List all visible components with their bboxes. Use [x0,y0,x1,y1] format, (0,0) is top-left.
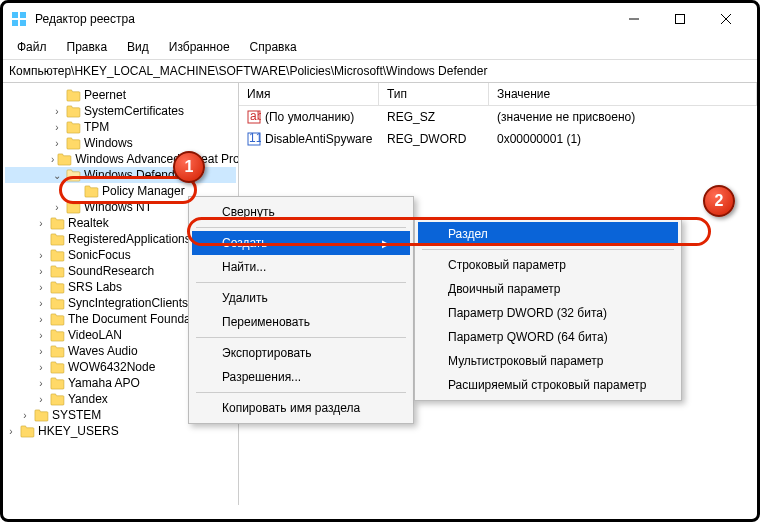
tree-item-label: SyncIntegrationClients [68,296,188,310]
folder-icon [84,185,99,198]
ctx-collapse[interactable]: Свернуть [192,200,410,224]
menu-help[interactable]: Справка [240,37,307,57]
maximize-button[interactable] [657,3,703,35]
tree-item[interactable]: Peernet [5,87,236,103]
folder-icon [50,249,65,262]
chevron-icon: › [19,410,31,421]
chevron-icon: › [35,346,47,357]
close-button[interactable] [703,3,749,35]
ctx-rename[interactable]: Переименовать [192,310,410,334]
tree-item[interactable]: ›SystemCertificates [5,103,236,119]
ctx-export[interactable]: Экспортировать [192,341,410,365]
tree-item[interactable]: ›HKEY_USERS [5,423,236,439]
svg-rect-0 [12,12,18,18]
ctx-new-key[interactable]: Раздел [418,222,678,246]
marker-1: 1 [173,151,205,183]
minimize-button[interactable] [611,3,657,35]
value-icon: ab [247,110,261,124]
folder-icon [66,201,81,214]
col-type[interactable]: Тип [379,83,489,105]
ctx-sep [422,249,674,250]
address-bar[interactable]: Компьютер\HKEY_LOCAL_MACHINE\SOFTWARE\Po… [3,60,757,83]
menu-edit[interactable]: Правка [57,37,118,57]
tree-item[interactable]: ›Windows [5,135,236,151]
chevron-icon: › [35,330,47,341]
ctx-new-string[interactable]: Строковый параметр [418,253,678,277]
folder-icon [34,409,49,422]
folder-icon [50,377,65,390]
ctx-new-expandstring[interactable]: Расширяемый строковый параметр [418,373,678,397]
folder-icon [50,281,65,294]
value-icon: 110 [247,132,261,146]
window-controls [611,3,749,35]
tree-item-label: Realtek [68,216,109,230]
folder-icon [50,313,65,326]
chevron-right-icon: ▶ [382,238,390,249]
chevron-icon: › [51,202,63,213]
cell-name: 110DisableAntiSpyware [239,130,379,148]
cell-name: ab(По умолчанию) [239,108,379,126]
folder-icon [50,361,65,374]
tree-item-label: SystemCertificates [84,104,184,118]
tree-item-label: Windows [84,136,133,150]
ctx-find[interactable]: Найти... [192,255,410,279]
tree-item-label: WOW6432Node [68,360,155,374]
ctx-new-dword[interactable]: Параметр DWORD (32 бита) [418,301,678,325]
menu-file[interactable]: Файл [7,37,57,57]
tree-item-label: Waves Audio [68,344,138,358]
context-menu[interactable]: Свернуть Создать▶ Найти... Удалить Переи… [188,196,414,424]
ctx-sep [196,337,406,338]
chevron-icon: › [35,282,47,293]
ctx-delete[interactable]: Удалить [192,286,410,310]
chevron-icon: › [35,362,47,373]
ctx-new-qword[interactable]: Параметр QWORD (64 бита) [418,325,678,349]
col-name[interactable]: Имя [239,83,379,105]
svg-rect-2 [12,20,18,26]
tree-item-label: Peernet [84,88,126,102]
svg-text:110: 110 [249,132,261,145]
ctx-sep [196,392,406,393]
folder-icon [57,153,72,166]
ctx-new-multistring[interactable]: Мультистроковый параметр [418,349,678,373]
list-row[interactable]: ab(По умолчанию)REG_SZ(значение не присв… [239,106,757,128]
list-row[interactable]: 110DisableAntiSpywareREG_DWORD0x00000001… [239,128,757,150]
context-submenu-create[interactable]: Раздел Строковый параметр Двоичный парам… [414,218,682,401]
ctx-permissions[interactable]: Разрешения... [192,365,410,389]
folder-icon [66,169,81,182]
menu-view[interactable]: Вид [117,37,159,57]
menu-favorites[interactable]: Избранное [159,37,240,57]
chevron-icon: › [35,266,47,277]
col-value[interactable]: Значение [489,83,757,105]
tree-item-label: VideoLAN [68,328,122,342]
ctx-copy-key-name[interactable]: Копировать имя раздела [192,396,410,420]
chevron-icon: › [35,218,47,229]
tree-item-label: SonicFocus [68,248,131,262]
folder-icon [50,297,65,310]
tree-item-label: Windows Defender [84,168,185,182]
tree-item-label: Windows NT [84,200,152,214]
folder-icon [50,217,65,230]
ctx-create[interactable]: Создать▶ [192,231,410,255]
ctx-sep [196,282,406,283]
cell-value: (значение не присвоено) [489,108,757,126]
tree-item-label: Yamaha APO [68,376,140,390]
tree-item-label: Windows Advanced Threat Protection [75,152,239,166]
folder-icon [20,425,35,438]
folder-icon [50,329,65,342]
chevron-icon: › [35,298,47,309]
folder-icon [66,89,81,102]
folder-icon [50,233,65,246]
folder-icon [66,105,81,118]
tree-item-label: SRS Labs [68,280,122,294]
tree-item[interactable]: ›TPM [5,119,236,135]
ctx-new-binary[interactable]: Двоичный параметр [418,277,678,301]
tree-item-label: Yandex [68,392,108,406]
marker-2: 2 [703,185,735,217]
chevron-icon: › [5,426,17,437]
tree-item-label: SoundResearch [68,264,154,278]
svg-text:ab: ab [250,110,261,123]
cell-type: REG_SZ [379,108,489,126]
app-icon [11,11,27,27]
cell-value: 0x00000001 (1) [489,130,757,148]
menubar: Файл Правка Вид Избранное Справка [3,35,757,60]
